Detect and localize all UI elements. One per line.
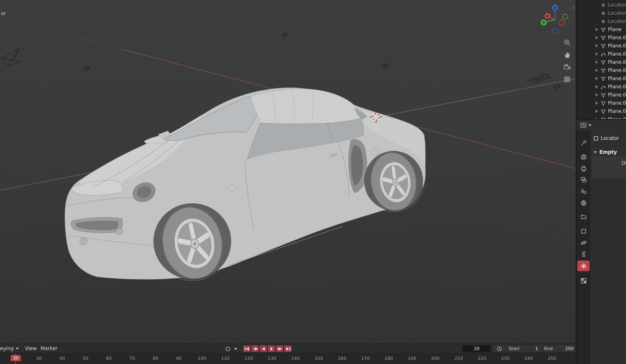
ruler-frame-label[interactable]: 180	[385, 356, 393, 361]
outliner-row[interactable]: Locator	[576, 9, 626, 17]
properties-tab-output[interactable]	[577, 163, 590, 173]
navigation-gizmo[interactable]: Z X Y	[538, 2, 573, 37]
camera-view-button[interactable]	[563, 63, 571, 71]
prev-keyframe-button[interactable]	[251, 345, 259, 352]
properties-tab-physics[interactable]	[577, 237, 590, 248]
properties-tab-object-data[interactable]	[577, 261, 590, 271]
empty-panel-header[interactable]: Empty	[592, 148, 626, 157]
properties-tab-collection[interactable]	[577, 211, 590, 222]
expand-chevron-icon[interactable]	[596, 36, 601, 39]
outliner-row[interactable]: Plane.0	[576, 91, 626, 99]
expand-chevron-icon[interactable]	[596, 101, 601, 105]
ruler-frame-label[interactable]: 30	[36, 356, 42, 361]
properties-tab-tool[interactable]	[577, 137, 590, 148]
current-frame-field[interactable]: 20	[462, 345, 491, 352]
expand-chevron-icon[interactable]	[596, 28, 601, 31]
outliner-row[interactable]: Plane.0	[576, 58, 626, 66]
outliner-item-label[interactable]: Plane.0	[608, 51, 626, 57]
outliner-item-label[interactable]: Locator	[608, 2, 626, 8]
ruler-frame-label[interactable]: 200	[431, 356, 440, 361]
ruler-frame-label[interactable]: 70	[129, 356, 135, 361]
pan-hand-button[interactable]	[563, 51, 571, 59]
outliner-row[interactable]: Plane.0	[576, 115, 626, 119]
outliner-row[interactable]: Locator	[576, 17, 626, 25]
ruler-frame-label[interactable]: 210	[455, 356, 463, 361]
outliner-item-label[interactable]: Plane.0	[608, 92, 626, 98]
ruler-frame-label[interactable]: 190	[408, 356, 417, 361]
empty-object[interactable]	[2, 33, 561, 89]
outliner-item-label[interactable]: Plane.0	[608, 108, 626, 114]
expand-chevron-icon[interactable]	[596, 93, 601, 97]
jump-end-button[interactable]	[284, 345, 292, 352]
ruler-frame-label[interactable]: 40	[59, 356, 65, 361]
start-frame-field[interactable]: Start 1	[506, 345, 541, 352]
ruler-frame-label[interactable]: 140	[291, 356, 300, 361]
gizmo-axis-y-neg[interactable]	[563, 14, 568, 20]
zoom-button[interactable]	[563, 38, 571, 47]
breadcrumb[interactable]: Locator	[594, 135, 619, 141]
outliner-row[interactable]: Plane.0	[576, 42, 626, 50]
timeline-editor[interactable]: Keying View Marker 20 Star	[0, 344, 576, 364]
expand-chevron-icon[interactable]	[596, 61, 601, 64]
viewport-3d[interactable]: or ‹ Z X Y	[0, 0, 576, 344]
expand-chevron-icon[interactable]	[596, 110, 601, 113]
use-preview-range-button[interactable]	[493, 345, 505, 352]
outliner-row[interactable]: Plane.0	[576, 74, 626, 83]
expand-chevron-icon[interactable]	[596, 44, 601, 47]
next-keyframe-button[interactable]	[276, 345, 284, 352]
ruler-frame-label[interactable]: 50	[83, 356, 88, 361]
ruler-frame-label[interactable]: 80	[153, 356, 158, 361]
ruler-frame-label[interactable]: 250	[548, 356, 556, 361]
gizmo-axis-z-neg[interactable]	[553, 29, 558, 34]
outliner-item-label[interactable]: Locator	[608, 18, 626, 24]
outliner-row[interactable]: Plane	[576, 25, 626, 34]
ruler-frame-label[interactable]: 220	[478, 356, 486, 361]
properties-tab-world[interactable]	[577, 198, 590, 208]
ruler-frame-label[interactable]: 130	[268, 356, 277, 361]
ruler-frame-label[interactable]: 110	[221, 356, 230, 361]
outliner-item-label[interactable]: Plane.0	[608, 59, 626, 65]
properties-tab-render[interactable]	[577, 151, 590, 162]
properties-tab-object[interactable]	[577, 226, 590, 236]
play-button[interactable]	[268, 345, 275, 352]
ruler-frame-label[interactable]: 230	[501, 356, 510, 361]
current-frame-badge[interactable]: 20	[11, 355, 21, 361]
ruler-frame-label[interactable]: 120	[245, 356, 253, 361]
properties-tab-scene[interactable]	[577, 186, 590, 196]
outliner-item-label[interactable]: Plane.0	[608, 67, 626, 73]
outliner-item-label[interactable]: Locator	[608, 10, 626, 16]
outliner-item-label[interactable]: Plane.0	[608, 35, 626, 40]
outliner-row[interactable]: Plane.0	[576, 99, 626, 107]
expand-chevron-icon[interactable]	[596, 77, 601, 80]
end-frame-field[interactable]: End 250	[541, 345, 576, 352]
menu-view[interactable]: View	[25, 346, 36, 351]
outliner-item-label[interactable]: Plane.0	[608, 100, 626, 106]
play-reverse-button[interactable]	[259, 345, 267, 352]
outliner-row[interactable]: Plane.0	[576, 66, 626, 74]
outliner-item-label[interactable]: Plane.0	[608, 43, 626, 49]
editor-type-button[interactable]	[580, 122, 592, 128]
ruler-frame-label[interactable]: 90	[176, 356, 182, 361]
expand-chevron-icon[interactable]	[596, 85, 601, 88]
keying-set-chevron-icon[interactable]	[234, 348, 237, 350]
timeline-ruler[interactable]: 20 3040506070809010011012013014015016017…	[0, 353, 576, 364]
keying-popover-button[interactable]: Keying	[0, 346, 19, 351]
auto-keying-record-button[interactable]	[223, 345, 232, 352]
expand-chevron-icon[interactable]	[596, 69, 601, 72]
jump-start-button[interactable]	[243, 345, 251, 352]
menu-marker[interactable]: Marker	[41, 346, 57, 351]
properties-tab-view-layer[interactable]	[577, 174, 590, 185]
outliner-row[interactable]: Plane.0	[576, 34, 626, 42]
properties-tab-texture[interactable]	[577, 275, 590, 286]
breadcrumb-object-name[interactable]: Locator	[601, 135, 619, 141]
outliner-item-label[interactable]: Plane	[608, 27, 621, 32]
toggle-projection-button[interactable]	[563, 75, 571, 83]
properties-panel[interactable]: Locator Empty Dis	[576, 119, 626, 364]
outliner-item-label[interactable]: Plane.0	[608, 84, 626, 90]
viewport-canvas[interactable]	[0, 0, 576, 344]
outliner-row[interactable]: Locator	[576, 1, 626, 9]
outliner-item-label[interactable]: Plane.0	[608, 76, 626, 81]
properties-tab-constraints[interactable]	[577, 249, 590, 259]
outliner-row[interactable]: Plane.0	[576, 107, 626, 115]
outliner-panel[interactable]: LocatorLocatorLocatorPlanePlane.0Plane.0…	[576, 0, 626, 119]
